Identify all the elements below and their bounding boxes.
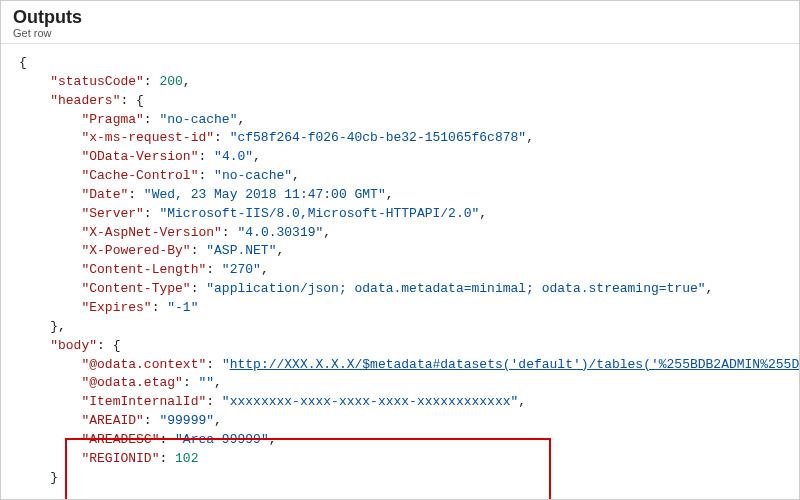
header-odata-version: 4.0	[222, 149, 245, 164]
body-regionid: 102	[175, 451, 198, 466]
outputs-header: Outputs Get row	[1, 1, 799, 44]
header-expires: -1	[175, 300, 191, 315]
header-server: Microsoft-IIS/8.0,Microsoft-HTTPAPI/2.0	[167, 206, 471, 221]
body-odata-etag-key: @odata.etag	[89, 375, 175, 390]
statusCode-value: 200	[159, 74, 182, 89]
header-pragma: no-cache	[167, 112, 229, 127]
header-cache-control: no-cache	[222, 168, 284, 183]
body-odata-context-key: @odata.context	[89, 357, 198, 372]
header-content-type: application/json; odata.metadata=minimal…	[214, 281, 698, 296]
highlight-box	[65, 438, 551, 500]
header-date: Wed, 23 May 2018 11:47:00 GMT	[152, 187, 378, 202]
odata-context-link[interactable]: http://XXX.X.X.X/$metadata#datasets('def…	[230, 357, 800, 372]
body-areaid: 99999	[167, 413, 206, 428]
body-areadesc: Area 99999	[183, 432, 261, 447]
body-iteminternalid: xxxxxxxx-xxxx-xxxx-xxxx-xxxxxxxxxxxx	[230, 394, 511, 409]
header-x-ms-request-id: cf58f264-f026-40cb-be32-151065f6c878	[237, 130, 518, 145]
header-x-aspnet-version: 4.0.30319	[245, 225, 315, 240]
header-x-powered-by: ASP.NET	[214, 243, 269, 258]
json-output-code[interactable]: { "statusCode": 200, "headers": { "Pragm…	[1, 44, 799, 495]
panel-title: Outputs	[13, 7, 787, 28]
header-content-length: 270	[230, 262, 253, 277]
panel-subtitle: Get row	[13, 27, 787, 39]
